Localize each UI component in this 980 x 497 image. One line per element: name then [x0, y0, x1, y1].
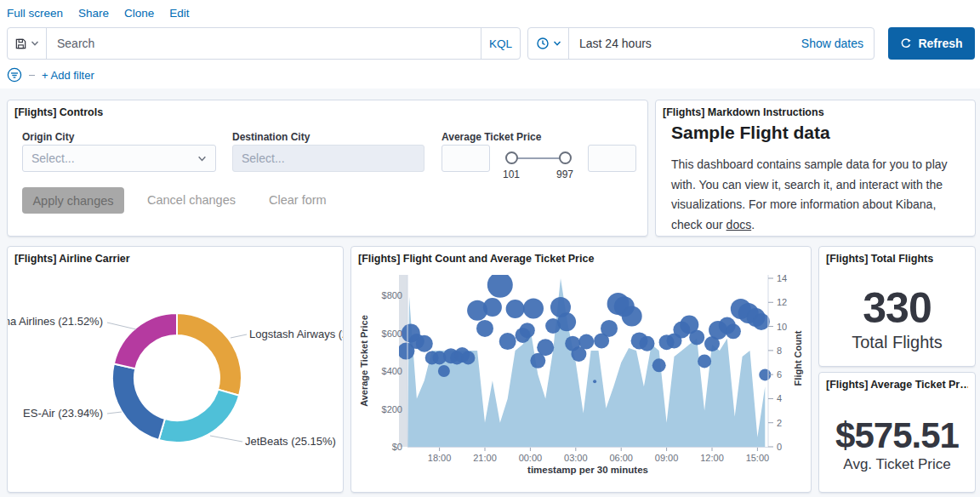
filter-separator: [29, 75, 35, 76]
y-right-tick-label: 2: [777, 418, 782, 428]
full-screen-link[interactable]: Full screen: [7, 7, 63, 20]
price-bubble[interactable]: [506, 300, 525, 318]
destination-city-select[interactable]: Select...: [232, 145, 424, 172]
panel-flight-count-avg-price: [Flights] Flight Count and Average Ticke…: [350, 246, 812, 493]
markdown-body: This dashboard contains sample data for …: [671, 155, 967, 235]
y-left-tick-label: $400: [382, 366, 402, 376]
refresh-button[interactable]: Refresh: [888, 27, 975, 60]
chevron-down-icon: [197, 154, 207, 163]
price-bubble[interactable]: [520, 323, 535, 338]
price-bubble[interactable]: [652, 358, 666, 372]
save-icon: [14, 37, 27, 50]
clock-icon: [536, 37, 550, 50]
donut-label-leader-line: [231, 334, 247, 338]
destination-city-label: Destination City: [232, 131, 310, 143]
dashboard-grid: [Flights] Controls Origin City Select...…: [0, 89, 980, 497]
average-ticket-price-label: Average Ticket Price: [442, 131, 541, 143]
avg-ticket-price-metric: $575.51 Avg. Ticket Price: [819, 398, 975, 492]
donut-slice-label: Logstash Airways (29.39%): [249, 328, 344, 340]
add-filter-button[interactable]: + Add filter: [42, 69, 94, 82]
price-bubble[interactable]: [601, 320, 618, 337]
price-bubble[interactable]: [698, 354, 711, 368]
panel-airline-carrier: [Flights] Airline Carrier Logstash Airwa…: [7, 246, 344, 493]
price-bubble[interactable]: [487, 272, 513, 298]
quick-time-menu-button[interactable]: [528, 28, 569, 59]
airline-carrier-donut-chart[interactable]: Logstash Airways (29.39%)JetBeats (25.15…: [8, 247, 344, 493]
cancel-changes-button[interactable]: Cancel changes: [147, 193, 236, 207]
y-right-axis-title: Flight Count: [793, 330, 803, 386]
x-tick-label: 03:00: [564, 453, 588, 463]
show-dates-button[interactable]: Show dates: [801, 37, 874, 50]
apply-changes-button[interactable]: Apply changes: [22, 187, 124, 214]
donut-slice-Kibana Airlines[interactable]: [114, 313, 177, 368]
share-link[interactable]: Share: [78, 7, 109, 20]
query-bar: KQL Last 24 hours Show dates Refresh: [7, 27, 975, 60]
price-bubble[interactable]: [483, 298, 502, 317]
flight-count-price-chart[interactable]: $0$200$400$600$8000246810121418:0021:000…: [351, 247, 812, 493]
docs-link[interactable]: docs: [726, 218, 752, 231]
y-left-tick-label: $200: [382, 404, 402, 414]
price-bubble[interactable]: [416, 335, 433, 352]
kql-language-button[interactable]: KQL: [481, 28, 520, 59]
price-bubble[interactable]: [593, 380, 596, 383]
filter-options-icon[interactable]: [7, 67, 22, 83]
y-left-tick-label: $600: [382, 328, 402, 339]
chevron-down-icon: [553, 39, 561, 48]
destination-city-placeholder: Select...: [242, 151, 285, 165]
price-bubble[interactable]: [578, 334, 594, 350]
donut-slice-ES-Air[interactable]: [112, 364, 165, 440]
donut-label-leader-line: [210, 436, 242, 442]
price-bubble[interactable]: [726, 323, 741, 339]
price-bubble[interactable]: [640, 336, 655, 351]
donut-label-leader-line: [107, 323, 136, 329]
price-bubble[interactable]: [753, 313, 770, 330]
x-tick-label: 18:00: [428, 453, 452, 463]
x-axis-title: timestamp per 30 minutes: [527, 465, 648, 475]
panel-title: [Flights] Controls: [14, 106, 641, 119]
panel-title: [Flights] Flight Count and Average Ticke…: [358, 252, 804, 266]
total-flights-metric: 330 Total Flights: [819, 272, 975, 366]
time-range-value[interactable]: Last 24 hours: [569, 37, 801, 50]
price-bubble[interactable]: [476, 320, 493, 337]
x-tick-label: 12:00: [700, 453, 724, 463]
price-bubble[interactable]: [689, 329, 704, 345]
price-range-slider-handle-max[interactable]: [559, 151, 572, 164]
y-right-tick-label: 14: [777, 273, 787, 283]
search-input[interactable]: [47, 28, 481, 59]
panel-title: [Flights] Markdown Instructions: [663, 106, 968, 119]
clear-form-button[interactable]: Clear form: [269, 193, 327, 207]
saved-query-menu-button[interactable]: [8, 28, 47, 59]
panel-average-ticket-price: [Flights] Average Ticket Pr… $575.51 Avg…: [818, 372, 976, 493]
kibana-dashboard-app: Full screen Share Clone Edit KQL: [0, 0, 980, 497]
price-bubble[interactable]: [461, 351, 475, 364]
y-left-axis-title: Average Ticket Price: [359, 315, 369, 407]
price-bubble[interactable]: [523, 299, 544, 319]
x-tick-label: 09:00: [655, 453, 679, 463]
price-max-input[interactable]: [588, 145, 636, 172]
y-left-tick-label: $0: [392, 442, 402, 452]
price-range-slider-track: [511, 157, 565, 159]
chevron-down-icon: [31, 39, 39, 48]
price-bubble[interactable]: [557, 312, 576, 331]
donut-slice-label: Kibana Airlines (21.52%): [8, 315, 103, 328]
price-bubble[interactable]: [499, 333, 516, 350]
x-tick-label: 15:00: [746, 453, 770, 463]
y-right-tick-label: 4: [777, 393, 782, 403]
dashboard-top-nav: Full screen Share Clone Edit: [7, 7, 190, 20]
origin-city-select[interactable]: Select...: [22, 145, 216, 172]
donut-slice-JetBeats[interactable]: [159, 390, 240, 443]
price-bubble[interactable]: [622, 306, 642, 327]
donut-slice-Logstash Airways[interactable]: [177, 313, 242, 396]
price-bubble[interactable]: [537, 339, 554, 356]
price-min-input[interactable]: [442, 145, 490, 172]
y-right-tick-label: 12: [777, 297, 787, 307]
y-right-tick-label: 8: [777, 346, 782, 356]
clone-link[interactable]: Clone: [124, 7, 154, 20]
panel-title: [Flights] Total Flights: [826, 252, 968, 266]
edit-link[interactable]: Edit: [169, 7, 189, 20]
x-tick-label: 00:00: [519, 453, 543, 463]
total-flights-label: Total Flights: [852, 333, 943, 352]
price-range-slider-handle-min[interactable]: [505, 151, 518, 164]
price-bubble[interactable]: [438, 365, 450, 377]
time-picker: Last 24 hours Show dates: [527, 27, 875, 60]
